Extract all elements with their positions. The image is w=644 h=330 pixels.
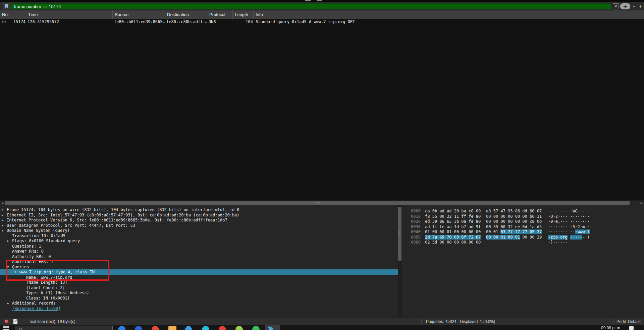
hex-as1[interactable]: ·U·2····: [548, 214, 568, 219]
status-profile[interactable]: Perfil: Default: [616, 318, 641, 325]
hex-as2[interactable]: ·WG···`·: [570, 208, 590, 214]
horizontal-scrollbar-thumb[interactable]: [5, 201, 630, 205]
hex-hx1[interactable]: ca 0b ad ad 20 ba c8 09: [425, 208, 481, 214]
horizontal-scrollbar[interactable]: ◄ ►: [0, 200, 644, 205]
tree-collapsed-icon[interactable]: ▶: [7, 238, 12, 244]
detail-row[interactable]: ▶Internet Protocol Version 6, Src: fe80:…: [0, 217, 398, 223]
detail-row[interactable]: Questions: 1: [0, 244, 398, 249]
hex-row[interactable]: 00502d 7a 69 70 03 6f 72 6700 00 01 00 0…: [402, 235, 644, 240]
wireshark-window: ✕ ➜ ▾ + No. Time Source Destination Prot…: [0, 0, 644, 330]
hex-hx2[interactable]: 00 35 00 32 ee 6d 1a d5: [486, 224, 542, 229]
filter-apply-button[interactable]: ➜: [620, 3, 630, 9]
hex-as2[interactable]: ········: [570, 214, 590, 219]
tree-collapsed-icon[interactable]: ▶: [2, 217, 6, 223]
hex-hx2[interactable]: 00 00 00 00 00 00 c8 0b: [486, 219, 542, 224]
hex-as1[interactable]: ···· ···: [548, 208, 568, 214]
hex-hx2[interactable]: 00 01 03 77 77 77 05 37: [486, 229, 542, 235]
scroll-right-icon[interactable]: ►: [639, 201, 644, 205]
teal-ball-icon[interactable]: [202, 326, 209, 330]
hex-as1[interactable]: -zip·org: [548, 235, 568, 240]
detail-row[interactable]: Type: A (1) (Host Address): [0, 290, 398, 295]
hex-row[interactable]: 004001 00 00 01 00 00 00 0000 01 03 77 7…: [402, 229, 644, 235]
taskbar-clock[interactable]: 09:08 p. m.: [601, 326, 621, 330]
hex-hx1[interactable]: ad ff fe aa 1d b7 ad 9f: [425, 224, 481, 229]
hex-as1[interactable]: ········: [548, 229, 568, 235]
tree-collapsed-icon[interactable]: ▶: [2, 207, 6, 212]
detail-row[interactable]: ▼www.7-zip.org: type A, class IN: [0, 269, 398, 275]
display-filter-input[interactable]: [11, 3, 611, 9]
capture-comment-icon[interactable]: [13, 319, 17, 324]
column-header-info[interactable]: Info: [254, 10, 644, 19]
windows-start-icon[interactable]: [3, 326, 9, 330]
detail-row[interactable]: [Name Length: 13]: [0, 280, 398, 285]
detail-row[interactable]: ▼Queries: [0, 264, 398, 270]
hex-as1[interactable]: ········: [548, 224, 568, 229]
vertical-scrollbar-thumb[interactable]: [398, 207, 401, 261]
taskbar-search-input[interactable]: [15, 326, 113, 330]
hex-as2[interactable]: ·5·2·m··: [570, 224, 590, 229]
detail-row[interactable]: Additional RRs: 1: [0, 259, 398, 264]
hex-as2[interactable]: ···www·7: [570, 229, 590, 235]
filter-history-dropdown[interactable]: ▾: [632, 3, 636, 9]
mail-app-icon[interactable]: [135, 326, 142, 330]
packet-row[interactable]: 15174 126.315295572 fe80::b011:ed39:8665…: [0, 19, 644, 24]
expert-info-icon[interactable]: [4, 319, 9, 324]
detail-row[interactable]: ▶Additional records: [0, 301, 398, 306]
hex-hx2[interactable]: a8 57 47 93 86 dd 60 07: [486, 208, 542, 214]
detail-row[interactable]: Name: www.7-zip.org: [0, 275, 398, 280]
lightgreen-ball-icon[interactable]: [235, 326, 243, 330]
tree-collapsed-icon[interactable]: ▶: [7, 301, 12, 306]
tray-app-icon[interactable]: [629, 326, 634, 330]
hex-hx2[interactable]: 00 00 01 00 01 00 00 29: [486, 235, 542, 240]
status-packet-counts: Paquetes: 45024 · Displayed: 1 (0.0%): [426, 318, 495, 325]
detail-row[interactable]: [Response In: 15190]: [0, 306, 398, 311]
hex-row[interactable]: 0020ed 39 86 65 3b 0a fe 8000 00 00 00 0…: [402, 219, 644, 224]
filter-clear-button[interactable]: ✕: [613, 3, 619, 9]
detail-row[interactable]: Transaction ID: 0x1ad5: [0, 233, 398, 239]
hex-hx2[interactable]: 00 00 00 00 00 00 b0 11: [486, 214, 542, 219]
scroll-left-icon[interactable]: ◄: [0, 201, 5, 205]
tree-collapsed-icon[interactable]: ▶: [2, 212, 6, 218]
column-header-source[interactable]: Source: [113, 10, 165, 19]
hex-as2[interactable]: ········: [570, 219, 590, 224]
hex-hx1[interactable]: 2d 7a 69 70 03 6f 72 67: [425, 235, 481, 240]
column-header-destination[interactable]: Destination: [165, 10, 207, 19]
green-ball-icon[interactable]: [252, 326, 260, 330]
hex-hx1[interactable]: 02 5d 00 00 00 00 00 00: [425, 240, 481, 245]
details-vertical-scrollbar[interactable]: [398, 205, 402, 318]
detail-row[interactable]: Answer RRs: 0: [0, 249, 398, 254]
column-header-time[interactable]: Time: [26, 10, 113, 19]
column-header-no[interactable]: No.: [0, 10, 26, 19]
detail-row[interactable]: Authority RRs: 0: [0, 254, 398, 259]
red-ball-icon[interactable]: [219, 326, 226, 330]
hex-row[interactable]: 006002 5d 00 00 00 00 00 00·]······: [402, 240, 644, 245]
detail-row[interactable]: Class: IN (0x0001): [0, 295, 398, 301]
hex-row[interactable]: 0000ca 0b ad ad 20 ba c8 09a8 57 47 93 8…: [402, 208, 644, 214]
hex-row[interactable]: 0030ad ff fe aa 1d b7 ad 9f00 35 00 32 e…: [402, 224, 644, 229]
tree-collapsed-icon[interactable]: ▶: [2, 223, 6, 228]
hex-row[interactable]: 0010f8 55 00 32 11 ff fe 8000 00 00 00 0…: [402, 214, 644, 219]
detail-row[interactable]: ▶User Datagram Protocol, Src Port: 44447…: [0, 223, 398, 228]
column-header-length[interactable]: Length: [233, 10, 254, 19]
column-header-protocol[interactable]: Protocol: [207, 10, 233, 19]
filter-bookmark-button[interactable]: [3, 3, 10, 9]
detail-row[interactable]: ▼Domain Name System (query): [0, 228, 398, 233]
detail-row[interactable]: ▶Flags: 0x0100 Standard query: [0, 238, 398, 244]
edge-icon[interactable]: [118, 326, 125, 330]
hex-hx1[interactable]: 01 00 00 01 00 00 00 00: [425, 229, 481, 235]
blue-app-icon[interactable]: [185, 326, 192, 330]
hex-hx1[interactable]: f8 55 00 32 11 ff fe 80: [425, 214, 481, 219]
hex-hx1[interactable]: ed 39 86 65 3b 0a fe 80: [425, 219, 481, 224]
tree-expanded-icon[interactable]: ▼: [7, 264, 12, 270]
browser-app-icon[interactable]: [152, 326, 159, 330]
hex-as2[interactable]: ·······): [570, 235, 590, 240]
tree-expanded-icon[interactable]: ▼: [2, 228, 6, 233]
detail-row[interactable]: [Label Count: 3]: [0, 285, 398, 290]
tree-expanded-icon[interactable]: ▼: [14, 269, 19, 275]
filter-add-button[interactable]: +: [637, 3, 643, 9]
detail-row[interactable]: ▶Ethernet II, Src: Intel_57:47:93 (c8:09…: [0, 212, 398, 218]
file-explorer-icon[interactable]: [168, 326, 176, 330]
hex-as1[interactable]: ·9·e;···: [548, 219, 568, 224]
hex-as1[interactable]: ·]······: [548, 240, 568, 245]
detail-row[interactable]: ▶Frame 15174: 104 bytes on wire (832 bit…: [0, 207, 398, 212]
